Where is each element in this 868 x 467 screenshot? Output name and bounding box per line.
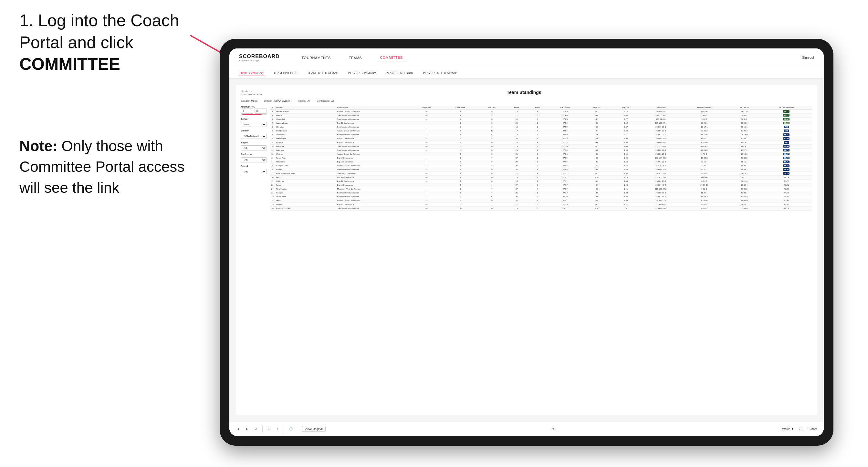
cell-school: Arizona (275, 141, 336, 144)
cell-avg-sg: -5.0 (583, 125, 611, 129)
sub-nav-player-summary[interactable]: PLAYER SUMMARY (348, 70, 376, 76)
cell-low-score: 221 90-33-2 (641, 198, 681, 203)
cell-rnds: 24 (506, 179, 527, 183)
cell-rank: 17 (270, 172, 275, 175)
cell-conference: Big 12 Conference (336, 183, 410, 187)
bottom-toolbar: ◀ ▶ ↺ ⊞ ↑ 🕐 View: Original 👁 Watch ▼ ⛶ ↑… (229, 421, 824, 436)
cell-no-tour: 6 (478, 125, 506, 129)
cell-school: Vanderbilt (275, 117, 336, 121)
region-select[interactable]: N/A (241, 145, 267, 151)
cell-conference: Pac-12 Conference (336, 141, 410, 144)
cell-avg-rd: 2.70 (611, 110, 641, 113)
sign-out-button[interactable]: | Sign out (801, 56, 814, 59)
cell-conference: Southeastern Conference (336, 191, 410, 195)
watch-button[interactable]: Watch ▼ (782, 427, 794, 431)
nav-teams[interactable]: TEAMS (346, 55, 364, 61)
cell-conference: Big 12 Conference (336, 160, 410, 164)
cell-vs-top-50: 48.27 (761, 179, 812, 183)
min-rounds-max-input[interactable] (254, 108, 267, 114)
cell-conf-rank: 1 (443, 187, 478, 191)
toolbar-bookmark-btn[interactable]: ⊞ (267, 426, 272, 432)
cell-avg-rd: 2.52 (611, 121, 641, 125)
conference-filter-value: All (331, 99, 334, 102)
cell-no-tour: 8 (478, 121, 506, 125)
school-select[interactable]: (All) (241, 169, 267, 174)
cell-wins: 0 (527, 206, 548, 210)
cell-school: Illinois (275, 175, 336, 179)
cell-wins: 6 (527, 113, 548, 117)
cell-conference: Southeastern Conference (336, 148, 410, 152)
rounds-range-slider[interactable] (241, 114, 267, 115)
cell-adj-score: 279.1 (548, 175, 583, 179)
nav-tournaments[interactable]: TOURNAMENTS (299, 55, 333, 61)
sub-nav-player-h2h-heatmap[interactable]: PLAYER H2H HEATMAP (423, 70, 457, 76)
cell-adj-score: 279.9 (548, 195, 583, 198)
cell-vs-top-50: 73.7 (761, 125, 812, 129)
toolbar-fullscreen-btn[interactable]: ⛶ (798, 426, 803, 432)
cell-conference: Pac-12 Conference (336, 121, 410, 125)
view-original-button[interactable]: View: Original (302, 426, 326, 432)
cell-avg-rd: 2.20 (611, 129, 641, 133)
cell-school: Arkansas (275, 148, 336, 152)
cell-no-tour: 10 (478, 195, 506, 198)
cell-reg-rank: — (410, 187, 443, 191)
toolbar-back-btn[interactable]: ◀ (236, 426, 241, 432)
sub-nav-player-h2h-grid[interactable]: PLAYER H2H GRID (386, 70, 413, 76)
instruction-title: 1. Log into the Coach Portal and click C… (20, 10, 200, 75)
cell-overall-record: 9-10-1 (681, 172, 727, 175)
table-row: 5 Ole Miss Southeastern Conference — 3 6… (270, 125, 812, 129)
cell-vs-top-25: 40-33-2 (727, 156, 761, 160)
cell-rnds: 23 (506, 148, 527, 152)
table-body: 1 North Carolina Atlantic Coast Conferen… (270, 110, 812, 210)
conference-select[interactable]: (All) (241, 157, 267, 162)
sub-nav-team-summary[interactable]: TEAM SUMMARY (239, 70, 264, 76)
share-button[interactable]: ↑ Share (807, 427, 817, 431)
col-adj-score: Adj. Score (548, 105, 583, 110)
cell-overall-record: 9-12-1 (681, 187, 727, 191)
cell-rnds: 26 (506, 117, 527, 121)
instruction-text: Log into the Coach Portal and click (20, 11, 179, 52)
cell-rnds: 23 (506, 206, 527, 210)
sub-navigation: TEAM SUMMARY TEAM H2H GRID TEAM H2H HEAT… (229, 67, 824, 79)
min-rounds-min-input[interactable] (241, 108, 253, 114)
cell-overall-record: 18-12-1 (681, 136, 727, 141)
cell-wins: 4 (527, 187, 548, 191)
gender-select[interactable]: Men's (241, 122, 267, 127)
cell-vs-top-50: 68.9 (761, 129, 812, 133)
cell-low-score: 265 76-26-1 (641, 164, 681, 167)
cell-low-score: 268 83-15-0 (641, 152, 681, 156)
cell-no-tour: 8 (478, 148, 506, 152)
cell-reg-rank: — (410, 164, 443, 167)
cell-vs-top-50: 60.94 (761, 144, 812, 148)
toolbar-share-toolbar-btn[interactable]: ↑ (276, 426, 280, 432)
toolbar-eye-icon: 👁 (551, 426, 557, 432)
cell-no-tour: 8 (478, 136, 506, 141)
division-filter-value: NCAA Division I (274, 99, 291, 102)
table-row: 2 Auburn Southeastern Conference — 1 9 2… (270, 113, 812, 117)
sub-nav-team-h2h-heatmap[interactable]: TEAM H2H HEATMAP (307, 70, 338, 76)
table-row: 9 Arizona Pac-12 Conference — 3 8 23 4 2… (270, 141, 812, 144)
cell-low-score: 255 61-21-0 (641, 133, 681, 136)
cell-vs-top-25: 31-29-1 (727, 144, 761, 148)
sub-nav-team-h2h-grid[interactable]: TEAM H2H GRID (274, 70, 298, 76)
nav-committee[interactable]: COMMITTEE (377, 54, 405, 61)
cell-avg-sg: -6.0 (583, 152, 611, 156)
cell-school: Georgia Tech (275, 164, 336, 167)
toolbar-clock-btn[interactable]: 🕐 (288, 426, 294, 432)
cell-conf-rank: 2 (443, 129, 478, 133)
cell-vs-top-50: 49.74 (761, 175, 812, 179)
table-row: 7 Tennessee Southeastern Conference — 4 … (270, 133, 812, 136)
cell-rnds: 23 (506, 141, 527, 144)
cell-school: Texas (275, 183, 336, 187)
cell-conf-rank: 9 (443, 195, 478, 198)
table-row: 8 Washington Pac-12 Conference — 2 8 23 … (270, 136, 812, 141)
division-select[interactable]: NCAA Division I (241, 134, 267, 139)
toolbar-forward-btn[interactable]: ▶ (245, 426, 249, 432)
cell-avg-sg: -3.8 (583, 191, 611, 195)
toolbar-reload-btn[interactable]: ↺ (253, 426, 258, 432)
cell-reg-rank: — (410, 136, 443, 141)
table-row: 3 Vanderbilt Southeastern Conference — 2… (270, 117, 812, 121)
cell-rnds: 30 (506, 195, 527, 198)
cell-low-score: 267 104-42-3 (641, 156, 681, 160)
cell-adj-score: 276.8 (548, 164, 583, 167)
